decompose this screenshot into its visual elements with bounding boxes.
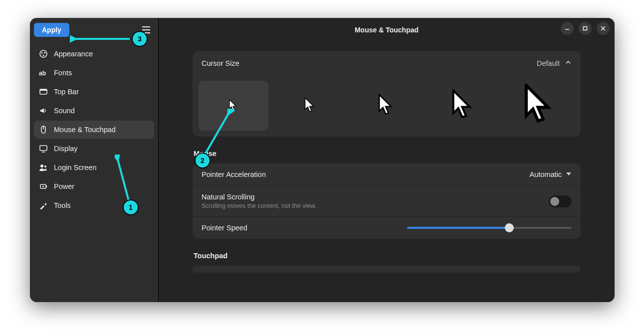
cursor-size-value: Default	[537, 59, 560, 67]
fonts-icon: ab	[39, 68, 48, 77]
sidebar-item-label: Mouse & Touchpad	[54, 126, 116, 134]
maximize-icon	[583, 26, 588, 31]
sidebar-item-power[interactable]: Power	[34, 177, 154, 195]
cursor-size-option-4[interactable]	[429, 81, 498, 131]
sidebar-item-appearance[interactable]: Appearance	[34, 45, 154, 63]
svg-point-2	[44, 52, 46, 54]
natural-scrolling-toggle[interactable]	[549, 195, 572, 207]
cursor-size-option-2[interactable]	[275, 81, 345, 131]
cursor-size-option-5[interactable]	[505, 81, 575, 131]
sidebar-item-topbar[interactable]: Top Bar	[34, 83, 154, 101]
page-title: Mouse & Touchpad	[355, 26, 419, 34]
mouse-settings-card: Pointer Acceleration Automatic Natural S…	[193, 164, 581, 239]
sidebar-item-sound[interactable]: Sound	[34, 102, 154, 120]
sidebar-item-mouse-touchpad[interactable]: Mouse & Touchpad	[34, 121, 154, 139]
sidebar-item-fonts[interactable]: ab Fonts	[34, 64, 154, 82]
caret-down-icon	[566, 170, 572, 178]
titlebar: Mouse & Touchpad	[159, 18, 615, 42]
natural-scrolling-label: Natural Scrolling	[202, 193, 316, 201]
sidebar-item-login-screen[interactable]: Login Screen	[34, 159, 154, 176]
sidebar-item-display[interactable]: Display	[34, 140, 154, 158]
annotation-badge-1: 1	[123, 199, 139, 215]
minimize-button[interactable]	[561, 22, 574, 35]
sidebar: Apply Appearance ab Fonts Top Bar Sound	[30, 18, 159, 302]
sidebar-item-label: Display	[54, 145, 78, 153]
cursor-size-header[interactable]: Cursor Size Default	[193, 51, 581, 76]
mouse-section-title: Mouse	[194, 150, 581, 158]
svg-point-12	[44, 166, 46, 167]
sidebar-item-label: Sound	[54, 107, 75, 115]
svg-rect-18	[584, 27, 587, 30]
svg-rect-9	[40, 146, 47, 151]
minimize-icon	[565, 26, 570, 31]
annotation-badge-2: 2	[195, 153, 211, 168]
tools-icon	[39, 201, 48, 210]
pointer-acceleration-label: Pointer Acceleration	[202, 170, 266, 178]
pointer-acceleration-row[interactable]: Pointer Acceleration Automatic	[193, 164, 581, 185]
cursor-size-options	[193, 76, 581, 137]
main-panel: Mouse & Touchpad Cursor Size Default	[159, 18, 615, 302]
cursor-icon	[524, 84, 556, 128]
pointer-speed-row: Pointer Speed	[193, 216, 581, 239]
sound-icon	[39, 106, 48, 115]
svg-rect-14	[46, 185, 47, 187]
mouse-icon	[39, 125, 48, 134]
sidebar-item-label: Appearance	[54, 50, 93, 58]
slider-fill	[407, 227, 509, 229]
content-area: Cursor Size Default	[159, 42, 615, 302]
cursor-size-option-3[interactable]	[352, 81, 422, 131]
cursor-icon	[451, 89, 475, 122]
cursor-size-card: Cursor Size Default	[193, 51, 581, 137]
svg-point-1	[41, 52, 43, 54]
toggle-knob	[550, 197, 559, 206]
power-icon	[39, 182, 48, 191]
touchpad-settings-card	[193, 266, 581, 273]
close-icon	[601, 26, 606, 31]
cursor-icon	[378, 94, 395, 118]
svg-point-3	[43, 55, 44, 56]
svg-point-11	[40, 165, 43, 167]
topbar-icon	[39, 87, 48, 96]
svg-rect-6	[40, 89, 47, 91]
cursor-icon	[229, 99, 238, 112]
pointer-acceleration-value: Automatic	[530, 170, 562, 178]
cursor-icon	[304, 97, 316, 114]
maximize-button[interactable]	[579, 22, 592, 35]
appearance-icon	[39, 49, 48, 58]
sidebar-item-label: Top Bar	[54, 88, 79, 96]
svg-point-0	[40, 50, 47, 57]
pointer-acceleration-dropdown[interactable]: Automatic	[530, 170, 572, 178]
cursor-size-option-1[interactable]	[199, 81, 268, 131]
svg-text:ab: ab	[39, 70, 46, 77]
slider-thumb[interactable]	[505, 223, 514, 232]
settings-window: Apply Appearance ab Fonts Top Bar Sound	[30, 18, 615, 302]
chevron-up-icon	[565, 59, 572, 68]
sidebar-item-label: Tools	[54, 201, 71, 209]
login-icon	[39, 163, 48, 172]
natural-scrolling-row: Natural Scrolling Scrolling moves the co…	[193, 185, 581, 216]
close-button[interactable]	[597, 22, 610, 35]
touchpad-section-title: Touchpad	[194, 252, 581, 260]
window-controls	[561, 22, 610, 35]
display-icon	[39, 144, 48, 153]
apply-button[interactable]: Apply	[34, 23, 69, 37]
natural-scrolling-sublabel: Scrolling moves the content, not the vie…	[202, 202, 316, 209]
pointer-speed-label: Pointer Speed	[202, 224, 247, 232]
pointer-speed-slider[interactable]	[407, 227, 572, 229]
cursor-size-label: Cursor Size	[202, 59, 239, 67]
sidebar-item-label: Power	[54, 182, 74, 190]
sidebar-item-label: Login Screen	[54, 164, 96, 171]
sidebar-nav: Appearance ab Fonts Top Bar Sound Mouse …	[30, 42, 158, 217]
annotation-badge-3: 3	[132, 31, 148, 47]
sidebar-item-label: Fonts	[54, 69, 72, 77]
